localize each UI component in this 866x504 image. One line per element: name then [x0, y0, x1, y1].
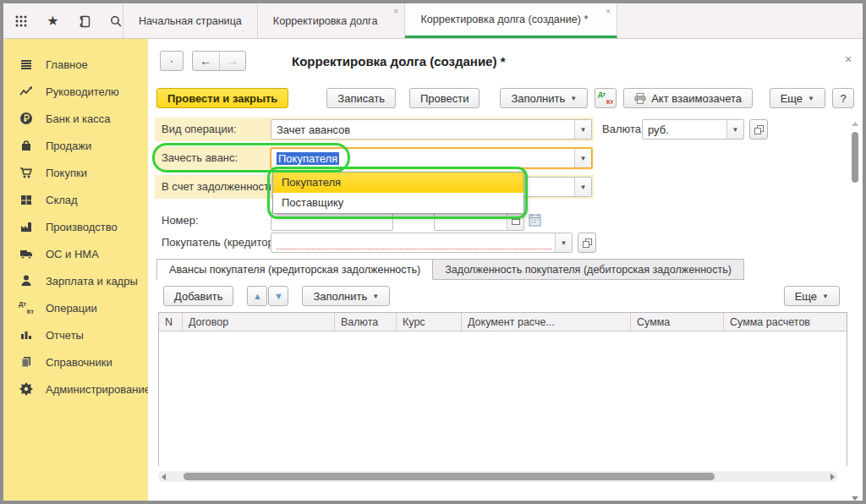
fill-menu-button[interactable]: Заполнить▼: [500, 88, 588, 108]
help-button[interactable]: ?: [832, 88, 854, 108]
table-more-button[interactable]: Еще▼: [784, 286, 840, 306]
scroll-up-icon[interactable]: [852, 122, 858, 126]
chevron-down-icon: ▼: [570, 95, 577, 102]
currency-field[interactable]: руб. ▼: [642, 119, 744, 140]
buyer-creditor-label: Покупатель (кредитор):: [162, 236, 281, 249]
column-header-settlement-amount[interactable]: Сумма расчетов: [724, 313, 847, 331]
arrow-down-icon: ▼: [274, 291, 283, 301]
chevron-down-icon: ▼: [372, 293, 379, 300]
history-icon[interactable]: [78, 14, 91, 29]
table-body-empty[interactable]: [159, 331, 847, 466]
required-field-underline: [277, 249, 551, 249]
sidebar-item-administration[interactable]: Администрирование: [3, 375, 148, 403]
back-button[interactable]: ←: [193, 52, 220, 70]
tab-buyer-debt[interactable]: Задолженность покупателя (дебиторская за…: [433, 259, 744, 280]
move-down-button[interactable]: ▼: [268, 286, 288, 306]
tab-buyer-advances[interactable]: Авансы покупателя (кредиторская задолжен…: [156, 259, 433, 280]
post-and-close-button[interactable]: Провести и закрыть: [156, 88, 288, 108]
favorites-star-icon[interactable]: ★: [46, 14, 59, 29]
calendar-picker-icon[interactable]: [507, 211, 523, 230]
person-icon: [19, 273, 34, 288]
number-label: Номер:: [162, 214, 199, 227]
sidebar-item-operations[interactable]: ДтКт Операции: [3, 294, 148, 321]
dropdown-arrow-icon[interactable]: ▼: [555, 233, 572, 252]
advances-table: N Договор Валюта Курс Документ расче... …: [158, 312, 847, 466]
dropdown-arrow-icon[interactable]: ▼: [726, 120, 743, 139]
sidebar-item-salary-hr[interactable]: Зарплата и кадры: [3, 267, 148, 294]
column-header-amount[interactable]: Сумма: [631, 313, 724, 331]
sidebar-item-main[interactable]: Главное: [3, 51, 148, 78]
scroll-right-icon[interactable]: [827, 474, 837, 480]
chevron-down-icon: ▼: [808, 95, 814, 102]
buyer-creditor-field[interactable]: ▼: [271, 233, 573, 253]
move-up-button[interactable]: ▲: [247, 286, 267, 306]
operation-type-field[interactable]: Зачет авансов ▼: [271, 119, 592, 140]
forward-button[interactable]: →: [220, 52, 246, 70]
tab-label: Корректировка долга: [273, 15, 378, 27]
search-icon[interactable]: [109, 14, 123, 29]
home-button[interactable]: [160, 51, 184, 71]
sidebar-item-directories[interactable]: Справочники: [3, 348, 148, 375]
add-row-button[interactable]: Добавить: [163, 286, 233, 306]
dt-kt-postings-button[interactable]: ДтКт: [595, 88, 617, 108]
gear-icon: [19, 381, 34, 397]
sidebar-item-purchases[interactable]: Покупки: [3, 159, 148, 186]
trend-chart-icon: [19, 84, 34, 99]
scroll-down-icon[interactable]: [852, 496, 858, 501]
chevron-down-icon: ▼: [822, 293, 829, 300]
table-fill-menu-button[interactable]: Заполнить▼: [302, 286, 390, 306]
tab-close-icon[interactable]: ×: [606, 7, 611, 15]
tab-close-icon[interactable]: ×: [393, 7, 398, 15]
dropdown-arrow-icon[interactable]: ▼: [574, 120, 591, 139]
sidebar-item-bank-cash[interactable]: Банк и касса: [3, 105, 148, 132]
offset-advance-field[interactable]: Покупателя ▼: [271, 148, 592, 168]
dropdown-arrow-icon[interactable]: ▼: [574, 178, 591, 196]
menu-lines-icon: [19, 57, 34, 72]
sidebar-item-sales[interactable]: Продажи: [3, 132, 148, 159]
post-button[interactable]: Провести: [409, 88, 480, 108]
document-form: ← → Корректировка долга (создание) * × П…: [148, 39, 863, 501]
apps-menu-icon[interactable]: [14, 14, 28, 29]
sidebar-item-reports[interactable]: Отчеты: [3, 321, 148, 348]
dropdown-option-buyer[interactable]: Покупателя: [273, 173, 523, 193]
tab-label: Корректировка долга (создание) *: [420, 14, 588, 25]
tab-label: Начальная страница: [139, 15, 242, 27]
vertical-scroll-thumb[interactable]: [852, 132, 858, 183]
sidebar-item-warehouse[interactable]: Склад: [3, 186, 148, 213]
screenshot-frame: ★ Начальная страница Корректировка долга…: [0, 0, 866, 504]
truck-icon: [19, 246, 34, 261]
horizontal-scroll-thumb[interactable]: [184, 473, 715, 480]
dropdown-arrow-icon[interactable]: ▼: [574, 149, 591, 167]
dropdown-option-supplier[interactable]: Поставщику: [273, 193, 523, 213]
shopping-cart-icon: [19, 165, 34, 180]
column-header-contract[interactable]: Договор: [183, 313, 335, 331]
tab-home-page[interactable]: Начальная страница: [123, 3, 258, 38]
column-header-rate[interactable]: Курс: [397, 313, 462, 331]
column-header-settlement-doc[interactable]: Документ расче...: [462, 313, 631, 331]
currency-open-button[interactable]: [749, 119, 768, 140]
tab-debt-adjustment-new[interactable]: Корректировка долга (создание) * ×: [405, 3, 617, 38]
sidebar-item-production[interactable]: Производство: [3, 213, 148, 240]
sidebar-item-fixed-assets[interactable]: ОС и НМА: [3, 240, 148, 267]
column-header-currency[interactable]: Валюта: [335, 313, 397, 331]
more-button[interactable]: Еще▼: [770, 88, 825, 108]
write-button[interactable]: Записать: [326, 88, 396, 108]
sidebar-nav: Главное Руководителю Банк и касса Продаж…: [3, 39, 148, 501]
form-close-icon[interactable]: ×: [845, 52, 852, 66]
table-header-row: N Договор Валюта Курс Документ расче... …: [159, 313, 847, 331]
offset-act-print-button[interactable]: Акт взаимозачета: [623, 88, 753, 108]
buyer-open-button[interactable]: [578, 233, 596, 253]
selected-text: Покупателя: [277, 152, 339, 165]
command-bar: Провести и закрыть Записать Провести Зап…: [156, 87, 854, 109]
tab-debt-adjustment-list[interactable]: Корректировка долга ×: [258, 3, 406, 38]
horizontal-scrollbar[interactable]: [158, 471, 837, 482]
vertical-scrollbar[interactable]: [851, 122, 859, 501]
arrow-up-icon: ▲: [253, 291, 262, 301]
sidebar-item-manager[interactable]: Руководителю: [3, 78, 148, 105]
history-nav-group: ← →: [192, 51, 246, 71]
calendar-icon[interactable]: [529, 213, 541, 227]
column-header-n[interactable]: N: [159, 313, 183, 331]
scroll-left-icon[interactable]: [158, 474, 168, 480]
offset-advance-label: Зачесть аванс:: [162, 151, 238, 164]
page-title: Корректировка долга (создание) *: [292, 54, 505, 68]
